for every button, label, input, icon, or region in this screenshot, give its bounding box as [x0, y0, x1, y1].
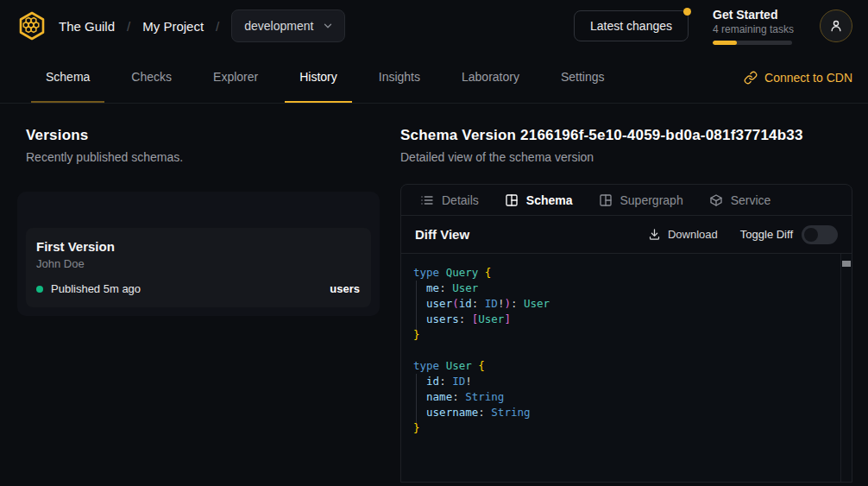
detail-column: Schema Version 2166196f-5e10-4059-bd0a-0…: [400, 104, 868, 483]
tab-explorer[interactable]: Explorer: [198, 52, 273, 103]
download-icon: [648, 228, 661, 241]
detail-tab-label: Service: [731, 193, 771, 207]
detail-tab-supergraph[interactable]: Supergraph: [590, 185, 692, 215]
detail-subtitle: Detailed view of the schema version: [400, 150, 852, 164]
detail-tab-schema[interactable]: Schema: [496, 185, 582, 215]
target-selector-dropdown[interactable]: development: [231, 9, 345, 42]
versions-list-card: First Version John Doe Published 5m ago …: [17, 192, 380, 316]
header-right: Latest changes Get Started 4 remaining t…: [574, 8, 852, 45]
versions-subtitle: Recently published schemas.: [26, 150, 400, 164]
toggle-diff-label: Toggle Diff: [740, 228, 793, 241]
chevron-down-icon: [322, 20, 334, 32]
tab-insights[interactable]: Insights: [364, 52, 435, 103]
diff-view-title: Diff View: [415, 227, 469, 242]
main-content: Versions Recently published schemas. Fir…: [0, 104, 868, 483]
breadcrumb: The Guild / My Project / development: [59, 9, 345, 42]
tab-checks[interactable]: Checks: [116, 52, 186, 103]
target-selector-value: development: [244, 19, 313, 33]
nav-tabs: Schema Checks Explorer History Insights …: [31, 52, 620, 103]
get-started-subtitle: 4 remaining tasks: [713, 23, 792, 35]
indent-guide: [416, 374, 417, 423]
tab-schema[interactable]: Schema: [31, 52, 104, 103]
detail-title: Schema Version 2166196f-5e10-4059-bd0a-0…: [400, 127, 852, 144]
panels-icon: [599, 193, 613, 207]
detail-tabs: Details Schema Supergraph: [401, 185, 852, 216]
version-status: Published 5m ago: [51, 282, 141, 295]
connect-to-cdn-label: Connect to CDN: [764, 71, 852, 85]
schema-code-area: type Query { me: User user(id: ID!): Use…: [401, 254, 852, 482]
versions-title: Versions: [26, 127, 400, 144]
get-started-progress-fill: [713, 41, 737, 45]
connect-to-cdn-link[interactable]: Connect to CDN: [744, 52, 852, 103]
notification-dot: [683, 8, 691, 16]
toggle-diff-switch[interactable]: [802, 225, 838, 244]
version-author: John Doe: [36, 257, 360, 270]
breadcrumb-separator: /: [127, 19, 130, 34]
person-icon: [828, 18, 844, 34]
latest-changes-label: Latest changes: [590, 19, 672, 33]
versions-column: Versions Recently published schemas. Fir…: [0, 104, 400, 483]
detail-tab-label: Details: [442, 193, 479, 207]
get-started-title: Get Started: [713, 8, 792, 22]
detail-tab-label: Schema: [526, 193, 573, 207]
cube-icon: [709, 193, 723, 207]
schema-version-panel: Details Schema Supergraph: [400, 184, 852, 483]
version-list-item[interactable]: First Version John Doe Published 5m ago …: [26, 228, 371, 307]
tab-history[interactable]: History: [285, 52, 352, 103]
link-icon: [744, 71, 758, 85]
target-nav: Schema Checks Explorer History Insights …: [0, 52, 868, 104]
toggle-diff-control: Toggle Diff: [740, 225, 838, 244]
tab-laboratory[interactable]: Laboratory: [447, 52, 534, 103]
get-started-widget[interactable]: Get Started 4 remaining tasks: [713, 8, 792, 45]
hive-hexagon-icon: [16, 10, 47, 41]
detail-tab-details[interactable]: Details: [412, 185, 487, 215]
diff-actions: Download Toggle Diff: [648, 225, 838, 244]
indent-guide: [416, 281, 417, 330]
latest-changes-button[interactable]: Latest changes: [574, 10, 689, 41]
top-header: The Guild / My Project / development Lat…: [0, 0, 868, 52]
code-scrollbar[interactable]: [840, 254, 852, 482]
tab-settings[interactable]: Settings: [546, 52, 620, 103]
version-meta-row: Published 5m ago users: [36, 282, 360, 295]
version-name: First Version: [36, 239, 360, 254]
version-service-badge: users: [330, 282, 360, 295]
schema-code[interactable]: type Query { me: User user(id: ID!): Use…: [401, 254, 852, 447]
published-status-dot: [36, 286, 43, 293]
download-button[interactable]: Download: [648, 228, 718, 241]
detail-tab-label: Supergraph: [620, 193, 683, 207]
panels-icon: [505, 193, 519, 207]
diff-view-header: Diff View Download Toggle Diff: [401, 216, 852, 254]
scrollbar-thumb[interactable]: [842, 261, 851, 267]
download-label: Download: [668, 228, 718, 241]
breadcrumb-org[interactable]: The Guild: [59, 19, 115, 34]
user-avatar[interactable]: [820, 9, 852, 42]
breadcrumb-project[interactable]: My Project: [142, 19, 204, 34]
guild-logo[interactable]: [16, 9, 48, 42]
toggle-knob: [804, 228, 818, 242]
list-icon: [420, 193, 434, 207]
get-started-progressbar: [713, 41, 792, 45]
breadcrumb-separator: /: [216, 19, 219, 34]
detail-tab-service[interactable]: Service: [701, 185, 780, 215]
